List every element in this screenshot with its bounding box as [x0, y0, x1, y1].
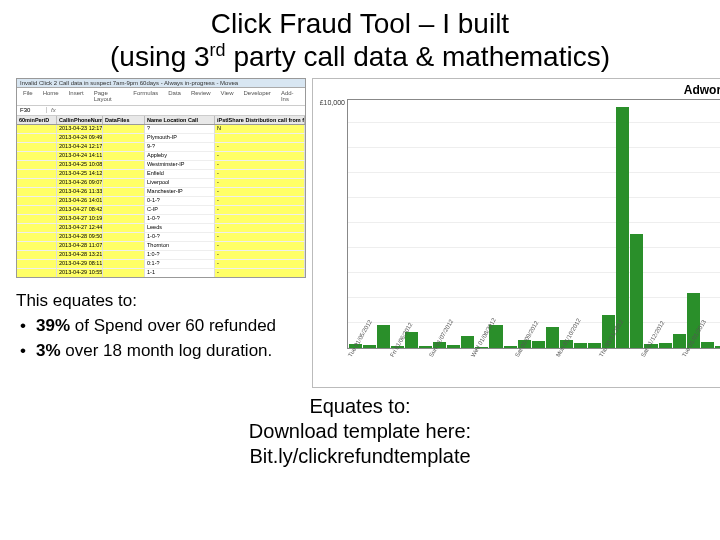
table-cell: -: [215, 170, 305, 179]
table-cell: [17, 242, 57, 251]
ribbon-tab: Insert: [69, 90, 84, 102]
table-cell: Westminster-IP: [145, 161, 215, 170]
table-cell: [17, 152, 57, 161]
table-cell: 9-?: [145, 143, 215, 152]
chart-y-axis: £10,000: [315, 99, 347, 349]
table-row: 2013-04-28 09:501-0-?-: [17, 233, 305, 242]
table-cell: [17, 251, 57, 260]
table-cell: [103, 179, 145, 188]
chart-title: Adwords Cost vs 60day Invalid click.Refu…: [315, 83, 720, 97]
cell-ref: F30: [17, 107, 47, 113]
col-header: CallinPhoneNum: [57, 116, 103, 124]
table-cell: 0-1-?: [145, 197, 215, 206]
table-cell: [103, 233, 145, 242]
bullet-marker: •: [20, 315, 26, 336]
table-cell: 1-0-?: [145, 233, 215, 242]
title-line-1: Click Fraud Tool – I built: [211, 8, 509, 39]
table-cell: -: [215, 197, 305, 206]
table-cell: 2013-04-24 09:49: [57, 134, 103, 143]
spreadsheet-screenshot: Invalid Click 2 Call data in suspect 7am…: [16, 78, 306, 278]
table-row: 2013-04-26 14:010-1-?-: [17, 197, 305, 206]
table-row: 2013-04-27 10:191-0-?-: [17, 215, 305, 224]
table-cell: -: [215, 224, 305, 233]
table-row: 2013-04-27 08:42C-IP-: [17, 206, 305, 215]
table-cell: -: [215, 143, 305, 152]
table-cell: -: [215, 179, 305, 188]
table-cell: -: [215, 233, 305, 242]
ytick: £10,000: [315, 99, 345, 106]
table-row: 2013-04-24 12:179-?-: [17, 143, 305, 152]
table-cell: Manchester-IP: [145, 188, 215, 197]
table-cell: -: [215, 161, 305, 170]
ribbon-tab: Page Layout: [94, 90, 124, 102]
table-cell: -: [215, 215, 305, 224]
table-cell: [103, 251, 145, 260]
ribbon-tab: Data: [168, 90, 181, 102]
table-cell: [17, 161, 57, 170]
table-row: 2013-04-25 10:08Westminster-IP-: [17, 161, 305, 170]
table-cell: [103, 161, 145, 170]
table-row: 2013-04-26 09:07Liverpool-: [17, 179, 305, 188]
table-cell: Thornton: [145, 242, 215, 251]
table-cell: 2013-04-28 13:21: [57, 251, 103, 260]
table-cell: 1-1: [145, 269, 215, 277]
table-cell: [103, 134, 145, 143]
table-cell: [103, 197, 145, 206]
col-header: iPstlShare Distribution call from filter…: [215, 116, 305, 124]
table-row: 2013-04-28 11:07Thornton-: [17, 242, 305, 251]
ribbon-tab: View: [221, 90, 234, 102]
table-cell: [103, 125, 145, 134]
table-cell: 1:0-?: [145, 251, 215, 260]
table-cell: -: [215, 269, 305, 277]
table-cell: [103, 269, 145, 277]
ribbon-tab: Add-Ins: [281, 90, 299, 102]
table-cell: [17, 269, 57, 277]
table-cell: 0:1-?: [145, 260, 215, 269]
bullet-item: •39% of Spend over 60 refunded: [20, 315, 306, 336]
bullet-summary: This equates to: •39% of Spend over 60 r…: [16, 290, 306, 362]
table-cell: 2013-04-29 08:11: [57, 260, 103, 269]
formula-bar: F30 fx: [17, 106, 305, 116]
table-cell: Liverpool: [145, 179, 215, 188]
table-cell: -: [215, 242, 305, 251]
table-cell: [103, 260, 145, 269]
table-cell: [17, 179, 57, 188]
table-cell: -: [215, 188, 305, 197]
table-cell: [103, 242, 145, 251]
table-cell: 2013-04-25 10:08: [57, 161, 103, 170]
table-header-row: 60minPeriD CallinPhoneNum DataFiles Name…: [17, 116, 305, 125]
table-cell: 2013-04-25 14:12: [57, 170, 103, 179]
chart-adwords-refunds: Adwords Cost vs 60day Invalid click.Refu…: [312, 78, 720, 388]
table-cell: [17, 215, 57, 224]
bullet-text: 3% over 18 month log duration.: [36, 340, 306, 361]
fx-label: fx: [47, 107, 60, 113]
title-sup: rd: [210, 40, 226, 60]
table-cell: N: [215, 125, 305, 134]
table-cell: [17, 197, 57, 206]
table-cell: [103, 215, 145, 224]
table-cell: Leeds: [145, 224, 215, 233]
table-row: 2013-04-24 09:49Plymouth-IP: [17, 134, 305, 143]
table-cell: 2013-04-24 14:11: [57, 152, 103, 161]
title-line-2a: (using 3: [110, 42, 210, 73]
table-cell: 2013-04-27 12:44: [57, 224, 103, 233]
title-line-2b: party call data & mathematics): [226, 42, 610, 73]
table-cell: [103, 188, 145, 197]
table-cell: 2013-04-23 12:17: [57, 125, 103, 134]
ribbon-tabs: FileHomeInsertPage LayoutFormulasDataRev…: [17, 88, 305, 106]
slide-title: Click Fraud Tool – I built (using 3rd pa…: [16, 8, 704, 74]
table-cell: 2013-04-29 10:55: [57, 269, 103, 277]
table-cell: -: [215, 152, 305, 161]
table-cell: [215, 134, 305, 143]
spreadsheet-titlebar: Invalid Click 2 Call data in suspect 7am…: [17, 79, 305, 88]
table-cell: [17, 233, 57, 242]
table-cell: [17, 224, 57, 233]
table-cell: [17, 143, 57, 152]
table-cell: 1-0-?: [145, 215, 215, 224]
table-cell: Enfield: [145, 170, 215, 179]
ribbon-tab: File: [23, 90, 33, 102]
table-row: 2013-04-27 12:44Leeds-: [17, 224, 305, 233]
table-row: 2013-04-28 13:211:0-?-: [17, 251, 305, 260]
table-cell: 2013-04-26 11:33: [57, 188, 103, 197]
table-cell: 2013-04-26 09:07: [57, 179, 103, 188]
